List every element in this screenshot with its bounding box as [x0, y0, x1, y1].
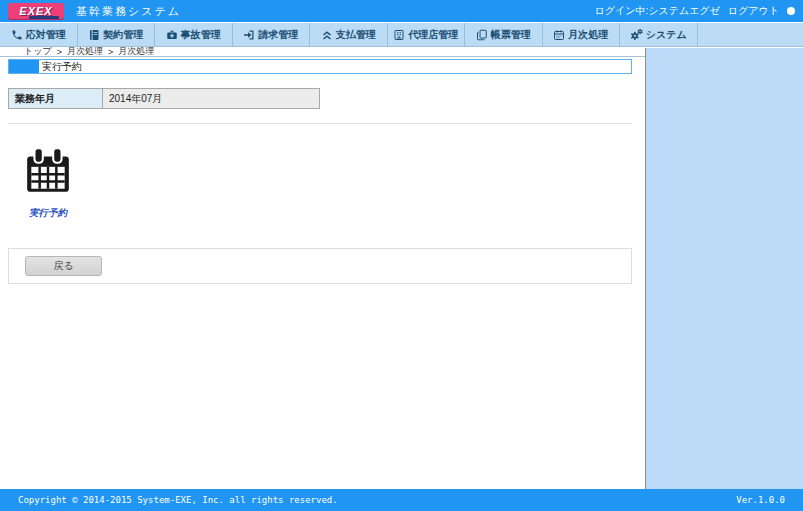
- main-nav: 応対管理 契約管理 事故管理 請求管理 支払管理: [0, 22, 803, 47]
- login-status-text: ログイン中:システムエグゼ: [594, 4, 719, 18]
- breadcrumb-item-top[interactable]: トップ: [24, 45, 52, 58]
- nav-item-label: 事故管理: [181, 28, 221, 42]
- double-chevron-up-icon: [321, 29, 333, 41]
- page-title: 実行予約: [42, 62, 82, 72]
- nav-item-label: 契約管理: [103, 28, 143, 42]
- title-accent-block: [9, 60, 39, 73]
- nav-item-label: 月次処理: [568, 28, 608, 42]
- business-month-label: 業務年月: [8, 88, 103, 109]
- nav-item-label: 支払管理: [336, 28, 376, 42]
- nav-item-label: 請求管理: [258, 28, 298, 42]
- logout-link[interactable]: ログアウト: [728, 4, 779, 18]
- nav-item-contract[interactable]: 契約管理: [78, 23, 156, 46]
- nav-item-response[interactable]: 応対管理: [0, 23, 78, 46]
- app-header: EXEX 基幹業務システム ログイン中:システムエグゼ ログアウト: [0, 0, 803, 22]
- calendar-large-icon[interactable]: [23, 146, 73, 200]
- exex-logo: EXEX: [8, 3, 64, 20]
- building-icon: [393, 29, 405, 41]
- back-button[interactable]: 戻る: [25, 256, 102, 276]
- business-month-value: 2014年07月: [103, 88, 320, 109]
- sign-in-arrow-icon: [243, 29, 255, 41]
- first-aid-icon: [166, 29, 178, 41]
- app-footer: Copyright © 2014-2015 System-EXE, Inc. a…: [0, 489, 803, 511]
- breadcrumb-item-current: 月次処理: [118, 45, 154, 58]
- app-window: EXEX 基幹業務システム ログイン中:システムエグゼ ログアウト 応対管理 契…: [0, 0, 803, 511]
- nav-item-label: システム: [646, 28, 687, 42]
- section-divider: [8, 123, 632, 124]
- copyright-text: Copyright © 2014-2015 System-EXE, Inc. a…: [18, 495, 338, 505]
- logo-text: EXEX: [19, 6, 52, 17]
- nav-item-reports[interactable]: 帳票管理: [465, 23, 543, 46]
- page-title-bar: 実行予約: [8, 59, 632, 74]
- book-icon: [88, 29, 100, 41]
- nav-item-label: 帳票管理: [491, 28, 531, 42]
- phone-icon: [11, 29, 23, 41]
- execute-reservation-tile[interactable]: 実行予約: [20, 146, 76, 220]
- nav-item-accident[interactable]: 事故管理: [155, 23, 233, 46]
- breadcrumb-separator: >: [108, 47, 113, 57]
- nav-item-system[interactable]: システム: [620, 23, 698, 46]
- status-dot-icon: [787, 7, 795, 15]
- right-side-panel: [645, 48, 803, 489]
- execute-reservation-link[interactable]: 実行予約: [29, 207, 67, 220]
- breadcrumb-item-monthly[interactable]: 月次処理: [67, 45, 103, 58]
- nav-item-agency[interactable]: 代理店管理: [388, 23, 466, 46]
- business-month-row: 業務年月 2014年07月: [8, 88, 632, 109]
- breadcrumb-separator: >: [57, 47, 62, 57]
- button-container: 戻る: [8, 248, 632, 284]
- nav-item-label: 代理店管理: [408, 28, 458, 42]
- nav-item-monthly[interactable]: 月次処理: [543, 23, 621, 46]
- version-text: Ver.1.0.0: [736, 495, 785, 505]
- header-right: ログイン中:システムエグゼ ログアウト: [594, 4, 795, 18]
- nav-item-billing[interactable]: 請求管理: [233, 23, 311, 46]
- nav-item-payment[interactable]: 支払管理: [310, 23, 388, 46]
- app-title: 基幹業務システム: [76, 4, 181, 19]
- main-content: 実行予約 業務年月 2014年07月 実行予約 戻る: [8, 59, 632, 284]
- nav-item-label: 応対管理: [26, 28, 66, 42]
- logo-band: [29, 16, 59, 19]
- copy-icon: [476, 29, 488, 41]
- calendar-icon: [553, 29, 565, 41]
- gears-icon: [630, 28, 643, 41]
